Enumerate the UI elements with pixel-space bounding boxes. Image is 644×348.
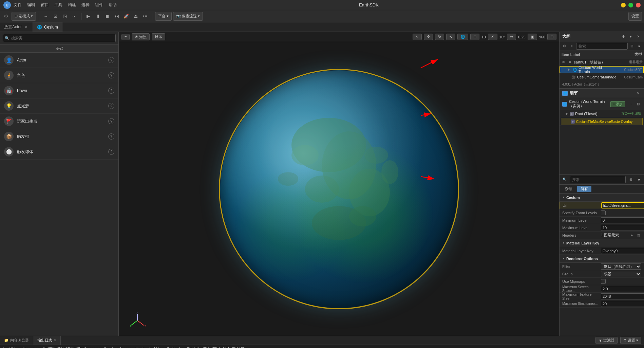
actor-help-actor[interactable]: ? xyxy=(108,57,114,63)
output-log-close[interactable]: ✕ xyxy=(54,338,56,342)
play-button[interactable]: ▶ xyxy=(84,12,92,20)
group-select[interactable]: 场景 xyxy=(601,271,641,277)
mode-button[interactable]: ⊞ 选模式 ▾ xyxy=(12,12,36,21)
actor-search-input[interactable] xyxy=(3,34,116,42)
eye-icon-cwt[interactable]: 👁 xyxy=(566,67,571,72)
scale-toggle[interactable]: ⇔ xyxy=(507,34,516,40)
menu-tools[interactable]: 工具 xyxy=(54,2,62,8)
actor-item-trigger-box[interactable]: 📦 触发框 ? xyxy=(0,129,118,144)
cpp-edit-link[interactable]: 在C++中编辑 xyxy=(621,111,641,116)
actor-item-trigger-sphere[interactable]: ⚪ 触发球体 ? xyxy=(0,144,118,160)
maximize-button[interactable] xyxy=(628,3,633,7)
props-search-icon[interactable]: 🔍 xyxy=(562,177,568,183)
stop-button[interactable]: ⏹ xyxy=(103,12,111,20)
root-expand-icon[interactable]: ▼ xyxy=(565,112,568,116)
stream-button[interactable]: 📷 像素流送 ▾ xyxy=(173,12,203,21)
actor-help-trigger-sphere[interactable]: ? xyxy=(108,149,114,155)
bottom-tab-content-browser[interactable]: 📁 内容浏览器 xyxy=(0,336,33,345)
outline-filter-icon[interactable]: ▼ xyxy=(628,34,634,40)
close-button[interactable] xyxy=(636,3,641,7)
actor-item-character[interactable]: 🧍 角色 ? xyxy=(0,68,118,83)
menu-edit[interactable]: 编辑 xyxy=(27,2,35,8)
item-expand-icon[interactable]: ▼ xyxy=(568,60,572,65)
renderer-section-header[interactable]: ▼ Renderer Options xyxy=(560,255,644,263)
more-icon[interactable]: ⋯ xyxy=(70,12,78,20)
component-options-icon[interactable]: ⋯ xyxy=(627,101,633,107)
actor-help-character[interactable]: ? xyxy=(108,72,114,78)
details-close-icon[interactable]: ✕ xyxy=(635,90,641,96)
angle-toggle[interactable]: ∠ xyxy=(488,34,497,40)
filter-button[interactable]: ▼ 过滤器 xyxy=(595,337,618,344)
outline-item-camera[interactable]: 🎥 CesiumCameraManage CesiumCam xyxy=(560,73,644,81)
outline-search-icon[interactable]: ⚙ xyxy=(562,43,567,49)
actor-help-point-light[interactable]: ? xyxy=(108,103,114,109)
cursor-tool[interactable]: ↖ xyxy=(413,34,422,40)
filter-tab-misc[interactable]: 杂项 xyxy=(562,186,576,192)
resolution-toggle[interactable]: ▣ xyxy=(528,34,537,40)
show-button[interactable]: 显示 xyxy=(152,33,165,40)
eye-icon-earth[interactable]: 👁 xyxy=(561,59,566,65)
props-grid-icon[interactable]: ⊞ xyxy=(628,177,634,183)
eject-icon[interactable]: ⏏ xyxy=(132,12,140,20)
min-level-input[interactable] xyxy=(601,217,644,223)
settings-icon[interactable]: ⚙ xyxy=(2,12,10,20)
actor-help-player-spawn[interactable]: ? xyxy=(108,118,114,124)
add-component-button[interactable]: + 添加 xyxy=(610,101,625,107)
minimize-button[interactable] xyxy=(621,3,626,7)
menu-build[interactable]: 构建 xyxy=(68,2,76,8)
raster-overlay-row[interactable]: ◈ CesiumTileMapServiceRasterOverlay xyxy=(561,118,643,125)
actor-item-pawn[interactable]: 🤖 Pawn ? xyxy=(0,83,118,98)
move-tool[interactable]: ✛ xyxy=(424,34,433,40)
snap-icon[interactable]: ⊡ xyxy=(51,12,59,20)
camera-icon[interactable]: ◳ xyxy=(61,12,69,20)
skip-icon[interactable]: ⏭ xyxy=(113,12,121,20)
url-input[interactable] xyxy=(601,202,644,208)
settings-button[interactable]: 设置 xyxy=(628,12,642,21)
global-icon[interactable]: 🌐 xyxy=(457,34,468,40)
scale-tool[interactable]: ⤡ xyxy=(446,34,455,40)
cesium-section-header[interactable]: ▼ Cesium xyxy=(560,194,644,202)
outline-item-earth[interactable]: 👁 ▼ earth01（填锚链） 世界场景 xyxy=(560,58,644,66)
outline-item-cwt[interactable]: 👁 🌐 Cesium World Terrain Cesium3DT xyxy=(560,66,644,73)
outline-search-input[interactable] xyxy=(576,43,628,50)
layout-toggle[interactable]: ⊟ xyxy=(547,34,556,40)
tab-place-actor[interactable]: 放置Actor ✕ xyxy=(0,22,33,32)
menu-file[interactable]: 文件 xyxy=(14,2,22,8)
properties-search-input[interactable] xyxy=(570,176,626,183)
menu-components[interactable]: 组件 xyxy=(95,2,103,8)
max-simultaneous-input[interactable] xyxy=(601,301,644,307)
filter-select[interactable]: 默认（自线性组） xyxy=(601,263,641,270)
material-section-header[interactable]: ▼ Material Layer Key xyxy=(560,239,644,247)
specify-zoom-checkbox[interactable] xyxy=(601,210,606,215)
grid-toggle[interactable]: ⊞ xyxy=(470,34,479,40)
headers-add-icon[interactable]: + xyxy=(629,233,634,238)
viewport[interactable]: ≡ ☀ 光照 显示 ↖ ✛ ↻ ⤡ 🌐 ⊞ 10 ∠ 10° ⇔ 0.25 xyxy=(119,32,559,336)
max-screen-input[interactable] xyxy=(601,286,644,292)
actor-help-pawn[interactable]: ? xyxy=(108,88,114,94)
menu-help[interactable]: 帮助 xyxy=(109,2,117,8)
dots-icon[interactable]: ••• xyxy=(141,12,149,20)
bottom-tab-output-log[interactable]: 输出日志 ✕ xyxy=(33,336,61,345)
mipmaps-checkbox[interactable] xyxy=(601,279,606,284)
max-texture-input[interactable] xyxy=(601,293,644,299)
outline-close-icon[interactable]: ✕ xyxy=(635,34,641,40)
pause-button[interactable]: ⏸ xyxy=(94,12,102,20)
menu-window[interactable]: 窗口 xyxy=(41,2,49,8)
actor-item-player-spawn[interactable]: 🚩 玩家出生点 ? xyxy=(0,114,118,129)
outline-view-icon[interactable]: ≡ xyxy=(569,43,574,49)
component-expand-icon[interactable]: ⊟ xyxy=(635,101,641,107)
outline-star-icon[interactable]: ★ xyxy=(636,43,642,49)
filter-tab-all[interactable]: 所有 xyxy=(577,186,591,192)
actor-help-trigger-box[interactable]: ? xyxy=(108,133,114,140)
outline-table-icon[interactable]: ⊞ xyxy=(629,43,635,49)
lit-button[interactable]: ☀ 光照 xyxy=(132,33,150,40)
actor-item-point-light[interactable]: 💡 点光源 ? xyxy=(0,98,118,114)
menu-select[interactable]: 选择 xyxy=(81,2,90,8)
tab-place-close[interactable]: ✕ xyxy=(24,25,29,30)
perspective-button[interactable]: ≡ xyxy=(121,34,130,40)
log-settings-button[interactable]: ⚙ 设置 ▾ xyxy=(620,337,641,344)
material-key-input[interactable] xyxy=(601,248,644,254)
max-level-input[interactable] xyxy=(601,225,644,231)
tab-cesium[interactable]: 🌐 Cesium xyxy=(33,22,62,32)
launch-icon[interactable]: 🚀 xyxy=(122,12,130,20)
